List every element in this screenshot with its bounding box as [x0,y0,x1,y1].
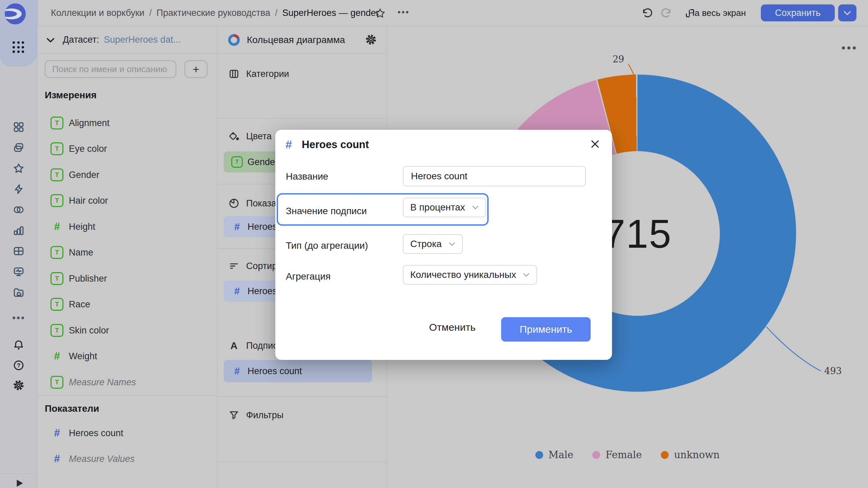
field-row-heroes-count[interactable]: # Heroes count [38,420,217,446]
field-row-measure-values[interactable]: # Measure Values [38,446,217,472]
close-icon[interactable] [590,139,600,149]
field-label: Eye color [69,144,107,154]
select-value: Строка [410,239,442,249]
save-dropdown-button[interactable] [838,4,856,21]
apps-grid-icon[interactable] [13,41,25,54]
number-field-icon: # [51,221,63,233]
string-field-icon: T [51,376,63,389]
dataset-label: Датасет: [63,35,99,45]
rail-more-icon[interactable] [13,312,25,324]
field-row-name[interactable]: T Name [38,240,217,265]
section-filters[interactable]: Фильтры [217,408,387,422]
breadcrumb-more-icon[interactable] [397,10,409,22]
chevron-down-icon [523,273,530,277]
apply-button[interactable]: Применить [501,317,591,342]
field-row-measure-names[interactable]: T Measure Names [38,369,217,395]
field-row-eye-color[interactable]: T Eye color [38,136,217,162]
donut-chart-type-icon [227,33,241,47]
chip-label: Gender [248,157,278,167]
legend-label: Male [549,449,573,461]
redo-icon[interactable] [660,7,672,19]
field-row-publisher[interactable]: T Publisher [38,266,217,291]
chart-type-label: Кольцевая диаграмма [247,35,345,45]
chart-settings-gear-icon[interactable] [365,34,377,46]
section-categories[interactable]: Категории [217,67,387,81]
field-label: Name [69,247,93,258]
cancel-button[interactable]: Отменить [427,318,478,337]
chevron-down-icon [449,242,455,246]
dimensions-title: Измерения [45,90,97,101]
legend-item-unknown[interactable]: unknown [661,449,720,461]
fullscreen-label[interactable]: На весь экран [688,8,746,18]
string-field-icon: T [51,246,63,259]
breadcrumb-guides[interactable]: Практические руководства [156,8,270,18]
field-row-height[interactable]: # Height [38,214,217,240]
datasets-venn-icon[interactable] [13,204,25,216]
modal-title: Heroes count [302,139,369,151]
save-button[interactable]: Сохранить [761,4,835,21]
type-field-label: Тип (до агрегации) [286,240,368,251]
settings-gear-icon[interactable] [13,379,25,391]
add-field-button[interactable]: + [184,60,208,78]
field-label: Heroes count [69,428,123,439]
favorites-icon[interactable] [13,162,25,175]
field-search-input[interactable] [45,60,176,78]
string-field-icon: T [51,272,63,285]
chevron-down-icon [843,11,851,16]
aggregation-field-label: Агрегация [286,271,331,282]
string-field-icon: T [51,142,63,155]
slice-label-unknown: 29 [604,54,624,64]
label-field-chip[interactable]: # Heroes count [224,360,372,382]
legend-dot-unknown [661,451,669,459]
field-row-gender[interactable]: T Gender [38,162,217,188]
favorite-star-icon[interactable] [374,7,386,19]
field-settings-modal: # Heroes count Название Значение подписи… [275,130,612,360]
label-value-select[interactable]: В процентах [403,198,486,217]
collapse-panel-icon[interactable] [13,477,25,488]
field-row-weight[interactable]: # Weight [38,343,217,369]
svg-text:?: ? [17,362,21,369]
monitoring-icon[interactable] [13,266,25,278]
legend-dot-female [592,451,600,459]
legend-dot-male [535,451,543,459]
field-label: Alignment [69,118,110,128]
chart-more-icon[interactable] [842,46,856,49]
field-label: Race [69,299,90,310]
field-row-race[interactable]: T Race [38,291,217,317]
storage-folder-icon[interactable] [13,286,25,299]
field-row-hair-color[interactable]: T Hair color [38,188,217,214]
dashboards-icon[interactable] [13,121,25,133]
notifications-bell-icon[interactable] [13,339,25,351]
legend-label: unknown [674,449,720,461]
name-input[interactable] [403,166,586,186]
section-label: Цвета [246,131,272,142]
legend-item-female[interactable]: Female [592,449,642,461]
field-label: Skin color [69,325,109,336]
string-field-icon: T [231,156,243,168]
panel-divider [217,396,387,397]
type-select[interactable]: Строка [403,234,463,254]
aggregation-select[interactable]: Количество уникальных [403,265,537,285]
categories-icon [228,68,240,80]
string-field-icon: T [51,194,63,207]
chart-type-header[interactable]: Кольцевая диаграмма [217,26,387,54]
dataset-collapse-chevron-icon[interactable] [45,35,56,45]
charts-icon[interactable] [13,224,25,237]
legend-item-male[interactable]: Male [535,449,573,461]
connections-bolt-icon[interactable] [13,183,25,195]
field-label: Gender [69,170,99,180]
pie-section-icon [228,197,240,209]
breadcrumb-collections[interactable]: Коллекции и воркбуки [51,8,144,18]
field-row-alignment[interactable]: T Alignment [38,110,217,136]
chart-legend: Male Female unknown [387,449,868,461]
rail-divider [0,473,37,474]
datalens-logo[interactable] [5,3,26,24]
undo-icon[interactable] [642,7,653,19]
dataset-name-link[interactable]: SuperHeroes dat... [104,35,181,45]
collections-icon[interactable] [13,142,25,154]
field-label: Weight [69,351,97,362]
tables-icon[interactable] [13,245,25,257]
field-row-skin-color[interactable]: T Skin color [38,318,217,343]
chip-label: Heroes count [248,366,302,377]
help-icon[interactable]: ? [13,359,25,371]
